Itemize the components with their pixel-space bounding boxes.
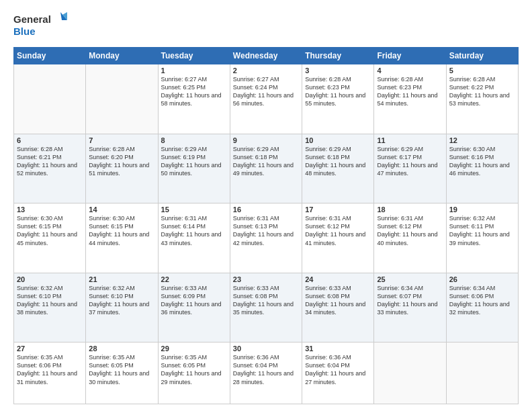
calendar-cell: 9Sunrise: 6:29 AM Sunset: 6:18 PM Daylig…	[230, 134, 302, 203]
calendar-cell: 6Sunrise: 6:28 AM Sunset: 6:21 PM Daylig…	[14, 134, 86, 203]
cell-info: Sunrise: 6:28 AM Sunset: 6:20 PM Dayligh…	[89, 145, 154, 178]
day-number: 5	[449, 66, 515, 75]
cell-info: Sunrise: 6:32 AM Sunset: 6:10 PM Dayligh…	[89, 284, 154, 317]
calendar-row-1: 6Sunrise: 6:28 AM Sunset: 6:21 PM Daylig…	[14, 134, 519, 203]
day-number: 25	[377, 275, 443, 283]
calendar-cell: 1Sunrise: 6:27 AM Sunset: 6:25 PM Daylig…	[158, 64, 230, 134]
day-number: 30	[233, 345, 299, 353]
cell-info: Sunrise: 6:33 AM Sunset: 6:09 PM Dayligh…	[161, 284, 227, 317]
day-number: 17	[305, 205, 371, 214]
cell-info: Sunrise: 6:31 AM Sunset: 6:12 PM Dayligh…	[305, 214, 371, 247]
day-number: 14	[89, 205, 154, 214]
calendar-row-2: 13Sunrise: 6:30 AM Sunset: 6:15 PM Dayli…	[14, 203, 519, 273]
day-number: 19	[449, 205, 515, 214]
day-number: 9	[233, 136, 299, 144]
calendar-cell: 7Sunrise: 6:28 AM Sunset: 6:20 PM Daylig…	[86, 134, 158, 203]
cell-info: Sunrise: 6:35 AM Sunset: 6:05 PM Dayligh…	[89, 353, 154, 386]
day-number: 26	[449, 275, 515, 283]
day-number: 16	[233, 205, 299, 214]
svg-text:Blue: Blue	[13, 26, 36, 37]
weekday-header-saturday: Saturday	[446, 48, 518, 64]
cell-info: Sunrise: 6:30 AM Sunset: 6:16 PM Dayligh…	[449, 145, 515, 178]
calendar-cell	[446, 342, 518, 404]
cell-info: Sunrise: 6:29 AM Sunset: 6:17 PM Dayligh…	[377, 145, 443, 178]
calendar-cell	[374, 342, 446, 404]
cell-info: Sunrise: 6:29 AM Sunset: 6:18 PM Dayligh…	[305, 145, 371, 178]
day-number: 15	[161, 205, 227, 214]
calendar-cell: 18Sunrise: 6:31 AM Sunset: 6:12 PM Dayli…	[374, 203, 446, 273]
cell-info: Sunrise: 6:34 AM Sunset: 6:07 PM Dayligh…	[377, 284, 443, 317]
cell-info: Sunrise: 6:27 AM Sunset: 6:25 PM Dayligh…	[161, 75, 227, 108]
calendar-cell: 21Sunrise: 6:32 AM Sunset: 6:10 PM Dayli…	[86, 273, 158, 342]
weekday-header-monday: Monday	[86, 48, 158, 64]
day-number: 7	[89, 136, 154, 144]
cell-info: Sunrise: 6:29 AM Sunset: 6:18 PM Dayligh…	[233, 145, 299, 178]
page: General Blue SundayMondayTuesdayWednesda…	[0, 0, 532, 411]
calendar-cell: 26Sunrise: 6:34 AM Sunset: 6:06 PM Dayli…	[446, 273, 518, 342]
calendar-cell: 10Sunrise: 6:29 AM Sunset: 6:18 PM Dayli…	[302, 134, 374, 203]
calendar-cell: 5Sunrise: 6:28 AM Sunset: 6:22 PM Daylig…	[446, 64, 518, 134]
day-number: 20	[17, 275, 83, 283]
calendar-cell: 31Sunrise: 6:36 AM Sunset: 6:04 PM Dayli…	[302, 342, 374, 404]
cell-info: Sunrise: 6:31 AM Sunset: 6:14 PM Dayligh…	[161, 214, 227, 247]
cell-info: Sunrise: 6:32 AM Sunset: 6:11 PM Dayligh…	[449, 214, 515, 247]
calendar-row-0: 1Sunrise: 6:27 AM Sunset: 6:25 PM Daylig…	[14, 64, 519, 134]
calendar-cell: 4Sunrise: 6:28 AM Sunset: 6:23 PM Daylig…	[374, 64, 446, 134]
day-number: 8	[161, 136, 227, 144]
day-number: 29	[161, 345, 227, 353]
day-number: 11	[377, 136, 443, 144]
logo: General Blue	[13, 11, 67, 40]
calendar-cell: 2Sunrise: 6:27 AM Sunset: 6:24 PM Daylig…	[230, 64, 302, 134]
weekday-header-row: SundayMondayTuesdayWednesdayThursdayFrid…	[14, 48, 519, 64]
svg-text:General: General	[13, 13, 51, 25]
calendar-cell: 15Sunrise: 6:31 AM Sunset: 6:14 PM Dayli…	[158, 203, 230, 273]
calendar-cell: 13Sunrise: 6:30 AM Sunset: 6:15 PM Dayli…	[14, 203, 86, 273]
day-number: 2	[233, 66, 299, 75]
logo-svg: General Blue	[13, 11, 67, 40]
calendar-cell	[86, 64, 158, 134]
cell-info: Sunrise: 6:30 AM Sunset: 6:15 PM Dayligh…	[89, 214, 154, 247]
cell-info: Sunrise: 6:31 AM Sunset: 6:12 PM Dayligh…	[377, 214, 443, 247]
cell-info: Sunrise: 6:35 AM Sunset: 6:05 PM Dayligh…	[161, 353, 227, 386]
weekday-header-tuesday: Tuesday	[158, 48, 230, 64]
weekday-header-friday: Friday	[374, 48, 446, 64]
calendar-cell: 14Sunrise: 6:30 AM Sunset: 6:15 PM Dayli…	[86, 203, 158, 273]
calendar-cell: 20Sunrise: 6:32 AM Sunset: 6:10 PM Dayli…	[14, 273, 86, 342]
cell-info: Sunrise: 6:27 AM Sunset: 6:24 PM Dayligh…	[233, 75, 299, 108]
calendar-row-3: 20Sunrise: 6:32 AM Sunset: 6:10 PM Dayli…	[14, 273, 519, 342]
calendar-cell: 29Sunrise: 6:35 AM Sunset: 6:05 PM Dayli…	[158, 342, 230, 404]
cell-info: Sunrise: 6:28 AM Sunset: 6:21 PM Dayligh…	[17, 145, 83, 178]
weekday-header-wednesday: Wednesday	[230, 48, 302, 64]
cell-info: Sunrise: 6:33 AM Sunset: 6:08 PM Dayligh…	[305, 284, 371, 317]
day-number: 4	[377, 66, 443, 75]
calendar-cell: 28Sunrise: 6:35 AM Sunset: 6:05 PM Dayli…	[86, 342, 158, 404]
cell-info: Sunrise: 6:30 AM Sunset: 6:15 PM Dayligh…	[17, 214, 83, 247]
cell-info: Sunrise: 6:31 AM Sunset: 6:13 PM Dayligh…	[233, 214, 299, 247]
cell-info: Sunrise: 6:32 AM Sunset: 6:10 PM Dayligh…	[17, 284, 83, 317]
calendar-cell: 12Sunrise: 6:30 AM Sunset: 6:16 PM Dayli…	[446, 134, 518, 203]
day-number: 18	[377, 205, 443, 214]
day-number: 13	[17, 205, 83, 214]
calendar-cell: 17Sunrise: 6:31 AM Sunset: 6:12 PM Dayli…	[302, 203, 374, 273]
cell-info: Sunrise: 6:28 AM Sunset: 6:22 PM Dayligh…	[449, 75, 515, 108]
cell-info: Sunrise: 6:33 AM Sunset: 6:08 PM Dayligh…	[233, 284, 299, 317]
calendar-row-4: 27Sunrise: 6:35 AM Sunset: 6:06 PM Dayli…	[14, 342, 519, 404]
day-number: 12	[449, 136, 515, 144]
day-number: 21	[89, 275, 154, 283]
day-number: 22	[161, 275, 227, 283]
calendar-cell: 11Sunrise: 6:29 AM Sunset: 6:17 PM Dayli…	[374, 134, 446, 203]
calendar-cell: 27Sunrise: 6:35 AM Sunset: 6:06 PM Dayli…	[14, 342, 86, 404]
cell-info: Sunrise: 6:28 AM Sunset: 6:23 PM Dayligh…	[305, 75, 371, 108]
calendar-cell: 16Sunrise: 6:31 AM Sunset: 6:13 PM Dayli…	[230, 203, 302, 273]
calendar-cell: 25Sunrise: 6:34 AM Sunset: 6:07 PM Dayli…	[374, 273, 446, 342]
day-number: 24	[305, 275, 371, 283]
day-number: 6	[17, 136, 83, 144]
calendar-cell: 23Sunrise: 6:33 AM Sunset: 6:08 PM Dayli…	[230, 273, 302, 342]
day-number: 3	[305, 66, 371, 75]
cell-info: Sunrise: 6:36 AM Sunset: 6:04 PM Dayligh…	[233, 353, 299, 386]
calendar-cell	[14, 64, 86, 134]
cell-info: Sunrise: 6:28 AM Sunset: 6:23 PM Dayligh…	[377, 75, 443, 108]
cell-info: Sunrise: 6:35 AM Sunset: 6:06 PM Dayligh…	[17, 353, 83, 386]
calendar-table: SundayMondayTuesdayWednesdayThursdayFrid…	[13, 47, 519, 404]
day-number: 1	[161, 66, 227, 75]
